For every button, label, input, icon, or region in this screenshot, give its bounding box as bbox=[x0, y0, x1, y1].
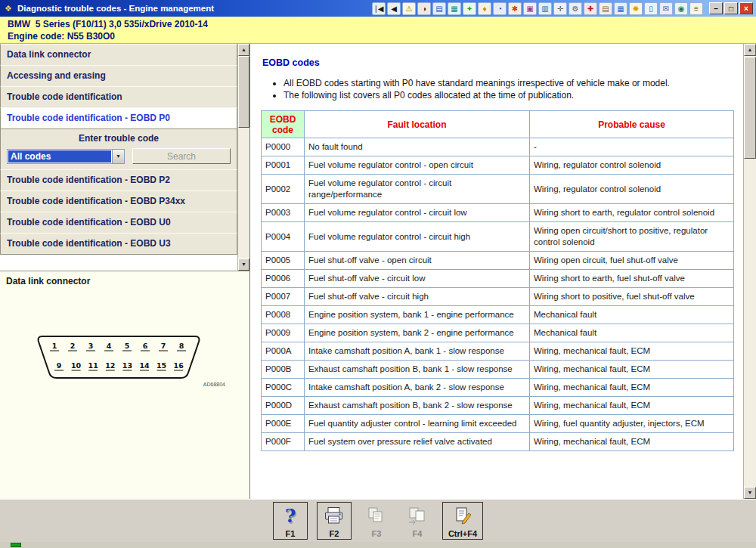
svg-text:8: 8 bbox=[179, 342, 184, 350]
help-icon: ? bbox=[285, 505, 296, 526]
cause-cell: Wiring, fuel quantity adjuster, injector… bbox=[530, 415, 734, 433]
fault-cell: Fuel quantity adjuster control - learnin… bbox=[305, 415, 530, 433]
cause-cell: Wiring open circuit/short to positive, r… bbox=[530, 222, 734, 252]
svg-text:4: 4 bbox=[107, 342, 112, 350]
print-button[interactable]: F2 bbox=[317, 502, 352, 540]
fault-cell: Fuel shut-off valve - open circuit bbox=[305, 252, 530, 270]
diagram-reference: AD68804 bbox=[203, 382, 225, 387]
nav-first-icon[interactable]: ∣◀ bbox=[372, 2, 386, 15]
column-header-code: EOBD code bbox=[262, 111, 305, 138]
svg-text:13: 13 bbox=[122, 361, 132, 370]
fault-cell: Fuel volume regulator control - open cir… bbox=[305, 156, 530, 175]
chart-icon[interactable]: ▥ bbox=[538, 2, 552, 15]
svg-text:11: 11 bbox=[88, 361, 98, 370]
lamp-icon[interactable]: ✺ bbox=[629, 2, 643, 15]
code-cell: P000F bbox=[262, 433, 305, 451]
svg-text:7: 7 bbox=[161, 342, 166, 350]
scroll-down-icon[interactable]: ▼ bbox=[238, 259, 249, 271]
cause-cell: Wiring short to earth, fuel shut-off val… bbox=[530, 270, 734, 288]
menu-icon[interactable]: ≡ bbox=[689, 2, 703, 15]
fault-cell: Engine position system, bank 1 - engine … bbox=[305, 306, 530, 324]
notes-button[interactable]: Ctrl+F4 bbox=[442, 502, 483, 540]
diagnostics-icon[interactable]: ✦ bbox=[463, 2, 476, 15]
code-cell: P0003 bbox=[262, 204, 305, 222]
main-scrollbar-thumb[interactable] bbox=[744, 57, 756, 159]
fault-cell: Fuel volume regulator control - circuit … bbox=[305, 175, 530, 204]
code-row: P0001Fuel volume regulator control - ope… bbox=[262, 156, 734, 175]
window-controls: – □ × bbox=[709, 2, 753, 14]
help-button[interactable]: ? F1 bbox=[273, 502, 308, 540]
sidebar-scrollbar[interactable]: ▲ ▼ bbox=[237, 44, 249, 271]
code-cell: P0006 bbox=[262, 270, 305, 288]
sidebar-item[interactable]: Accessing and erasing bbox=[0, 65, 237, 87]
display-icon[interactable]: ▤ bbox=[432, 2, 446, 15]
title-bar: ❖ Diagnostic trouble codes - Engine mana… bbox=[0, 0, 756, 17]
sidebar-item[interactable]: Data link connector bbox=[0, 44, 237, 66]
code-cell: P000A bbox=[262, 342, 305, 361]
maximize-button[interactable]: □ bbox=[724, 2, 738, 14]
svg-text:5: 5 bbox=[125, 342, 130, 350]
sidebar-item[interactable]: Trouble code identification - EOBD P0 bbox=[0, 107, 237, 129]
code-cell: P000D bbox=[262, 397, 305, 415]
cause-cell: Wiring, mechanical fault, ECM bbox=[530, 433, 734, 451]
svg-text:9: 9 bbox=[57, 361, 62, 370]
window-title: Diagnostic trouble codes - Engine manage… bbox=[17, 4, 214, 13]
close-button[interactable]: × bbox=[739, 2, 753, 14]
code-row: P000BExhaust camshaft position B, bank 1… bbox=[262, 361, 734, 379]
cause-cell: Wiring, mechanical fault, ECM bbox=[530, 342, 734, 361]
sidebar-item[interactable]: Trouble code identification bbox=[0, 86, 237, 108]
scroll-up-icon[interactable]: ▲ bbox=[238, 44, 249, 56]
svg-text:10: 10 bbox=[71, 361, 82, 370]
key-label: F4 bbox=[413, 529, 423, 538]
warning-icon[interactable]: ⚠ bbox=[402, 2, 416, 15]
sidebar-item[interactable]: Trouble code identification - EOBD P2 bbox=[0, 169, 237, 191]
main-scrollbar[interactable]: ▲ ▼ bbox=[743, 44, 756, 499]
copy-icon bbox=[367, 505, 386, 526]
connector-diagram: 12345678910111213141516 AD68804 bbox=[24, 326, 215, 401]
clock-icon[interactable]: ◔ bbox=[493, 2, 507, 15]
sidebar-scrollbar-thumb[interactable] bbox=[238, 56, 249, 128]
dropdown-arrow-icon[interactable]: ▼ bbox=[112, 150, 124, 163]
code-cell: P0007 bbox=[262, 288, 305, 306]
cause-cell: Wiring, regulator control solenoid bbox=[530, 175, 734, 204]
monitor-icon[interactable]: ▦ bbox=[614, 2, 627, 15]
vehicle-systems-icon[interactable]: ▣ bbox=[523, 2, 537, 15]
key-data-icon[interactable]: ♦ bbox=[478, 2, 491, 15]
scroll-up-icon[interactable]: ▲ bbox=[744, 44, 756, 56]
column-header-cause: Probable cause bbox=[530, 111, 734, 138]
cause-cell: Wiring, mechanical fault, ECM bbox=[530, 379, 734, 397]
engine-code: Engine code: N55 B30O0 bbox=[8, 30, 748, 42]
contrast-icon[interactable]: ◑ bbox=[417, 2, 431, 15]
code-row: P000FFuel system over pressure relief va… bbox=[262, 433, 734, 451]
spark-icon[interactable]: ✱ bbox=[508, 2, 522, 15]
sidebar-item[interactable]: Trouble code identification - EOBD P34xx bbox=[0, 190, 237, 212]
code-row: P000EFuel quantity adjuster control - le… bbox=[262, 415, 734, 433]
code-filter-dropdown[interactable]: All codes ▼ bbox=[7, 149, 125, 164]
note-item: All EOBD codes starting with P0 have sta… bbox=[284, 77, 732, 89]
color-display-icon[interactable]: ▦ bbox=[448, 2, 461, 15]
add-icon[interactable]: ✚ bbox=[584, 2, 597, 15]
svg-text:16: 16 bbox=[174, 361, 184, 370]
code-cell: P0009 bbox=[262, 324, 305, 342]
mail-icon[interactable]: ✉ bbox=[659, 2, 673, 15]
cause-cell: Wiring short to positive, fuel shut-off … bbox=[530, 288, 734, 306]
sidebar: Data link connectorAccessing and erasing… bbox=[0, 44, 250, 499]
sidebar-item[interactable]: Trouble code identification - EOBD U3 bbox=[0, 233, 237, 255]
minimize-button[interactable]: – bbox=[709, 2, 723, 14]
main-content: EOBD codes All EOBD codes starting with … bbox=[250, 44, 756, 499]
globe-icon[interactable]: ◉ bbox=[674, 2, 688, 15]
code-row: P0007Fuel shut-off valve - circuit highW… bbox=[262, 288, 734, 306]
obd-connector-icon: 12345678910111213141516 bbox=[24, 326, 215, 401]
document-icon[interactable]: ▯ bbox=[644, 2, 658, 15]
cause-cell: Mechanical fault bbox=[530, 306, 734, 324]
search-button[interactable]: Search bbox=[132, 148, 231, 164]
nav-back-icon[interactable]: ◀ bbox=[387, 2, 401, 15]
tools-icon[interactable]: ✛ bbox=[553, 2, 567, 15]
gear-icon[interactable]: ⚙ bbox=[569, 2, 582, 15]
code-cell: P0001 bbox=[262, 156, 305, 175]
code-row: P0004Fuel volume regulator control - cir… bbox=[262, 222, 734, 252]
clipboard-icon[interactable]: ▤ bbox=[599, 2, 612, 15]
scroll-down-icon[interactable]: ▼ bbox=[744, 487, 756, 499]
sidebar-item[interactable]: Trouble code identification - EOBD U0 bbox=[0, 212, 237, 234]
key-label: F2 bbox=[330, 529, 339, 538]
